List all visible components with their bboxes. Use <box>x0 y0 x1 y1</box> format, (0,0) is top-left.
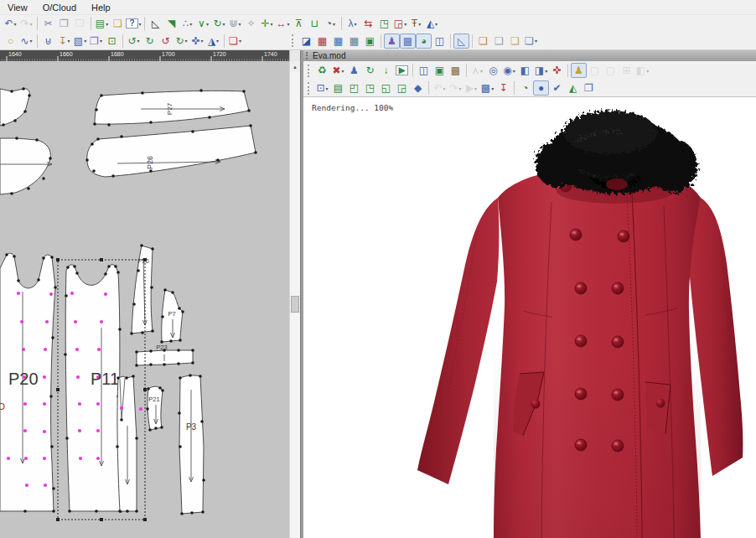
vertex-point[interactable] <box>28 94 31 97</box>
vertex-point[interactable] <box>5 253 8 256</box>
screen-user-icon[interactable]: ◨▾ <box>533 63 549 78</box>
internal-pin-point[interactable] <box>22 348 25 351</box>
curve-editor-icon[interactable]: ◺ <box>148 16 163 31</box>
selection-handle[interactable] <box>56 518 60 521</box>
window-cascade-icon[interactable]: ◫ <box>416 63 432 78</box>
selection-handle[interactable] <box>56 258 60 261</box>
vertex-point[interactable] <box>23 110 27 113</box>
pattern-vertical-scrollbar[interactable]: ▲ <box>289 61 300 538</box>
vertex-point[interactable] <box>54 286 57 289</box>
measure-icon[interactable]: ↔▾ <box>275 16 291 31</box>
toolbar-grip[interactable] <box>308 82 311 95</box>
fabric-pattern-icon[interactable]: ▩▾ <box>479 80 495 96</box>
selection-handle[interactable] <box>56 388 60 391</box>
dart-rotate-icon[interactable]: ↻▾ <box>211 16 227 31</box>
dropdown-arrow-icon[interactable]: ▾ <box>84 38 86 44</box>
internal-pin-point[interactable] <box>23 429 27 432</box>
internal-pin-point[interactable] <box>20 320 23 323</box>
vertex-point[interactable] <box>208 116 211 119</box>
environment-icon[interactable]: ◭ <box>565 80 581 96</box>
box-view-icon[interactable]: ◫ <box>432 34 448 49</box>
notch-tool-icon[interactable]: ⊼ <box>291 16 307 31</box>
dropdown-arrow-icon[interactable]: ▾ <box>354 21 356 27</box>
vertex-point[interactable] <box>117 271 120 274</box>
vertex-point[interactable] <box>178 307 181 310</box>
toolbar-grip[interactable] <box>308 65 311 77</box>
pointer-3d-icon[interactable]: ▶▾ <box>463 80 479 96</box>
grade-table-icon[interactable]: ▦ <box>330 34 346 49</box>
delete-icon[interactable]: ⊎ <box>40 34 56 49</box>
dropdown-arrow-icon[interactable]: ▾ <box>491 85 494 91</box>
align-3d-icon[interactable]: ◮▾ <box>205 34 221 49</box>
selection-handle[interactable] <box>100 258 103 261</box>
menu-item-help[interactable]: Help <box>84 2 118 13</box>
internal-pin-point[interactable] <box>96 402 100 406</box>
dropdown-arrow-icon[interactable]: ▾ <box>326 85 329 91</box>
menu-item-view[interactable]: View <box>0 2 35 13</box>
vertex-point[interactable] <box>50 256 54 259</box>
vertex-point[interactable] <box>169 339 173 343</box>
copy-icon[interactable]: ❐ <box>56 16 72 31</box>
new-piece-icon[interactable]: ❏ <box>110 16 126 31</box>
vertex-point[interactable] <box>178 411 181 415</box>
vertex-point[interactable] <box>135 437 138 440</box>
vertex-point[interactable] <box>179 376 182 380</box>
internal-pin-point[interactable] <box>44 348 47 351</box>
internal-pin-point[interactable] <box>17 292 20 295</box>
vertex-point[interactable] <box>68 510 71 513</box>
selection-handle[interactable] <box>143 258 147 261</box>
vertex-point[interactable] <box>151 329 154 333</box>
hammer-tool-icon[interactable]: Ŧ▾ <box>408 16 424 31</box>
internal-pin-point[interactable] <box>45 320 49 323</box>
dropdown-arrow-icon[interactable]: ▾ <box>342 68 344 74</box>
duplicate-icon[interactable]: ❐▾ <box>88 34 104 49</box>
scrollbar-thumb[interactable] <box>291 296 299 313</box>
vertex-point[interactable] <box>149 121 153 124</box>
internal-pin-point[interactable] <box>139 407 142 411</box>
redo-icon[interactable]: ↷▾ <box>18 16 34 31</box>
dropdown-arrow-icon[interactable]: ▾ <box>30 21 33 27</box>
vertex-point[interactable] <box>107 265 111 268</box>
vertex-point[interactable] <box>95 108 98 111</box>
texture-map-icon[interactable]: ▩ <box>448 63 463 78</box>
color-view-icon[interactable]: ◕ <box>416 34 432 49</box>
dropdown-arrow-icon[interactable]: ▾ <box>535 38 537 44</box>
help-icon[interactable]: ?▾ <box>126 16 142 31</box>
vertex-point[interactable] <box>49 395 53 398</box>
vertex-point[interactable] <box>190 511 194 515</box>
dropdown-arrow-icon[interactable]: ▾ <box>443 85 446 91</box>
pin-tool-icon[interactable]: ↧▾ <box>56 34 72 49</box>
internal-pin-point[interactable] <box>43 457 46 460</box>
snapshot-icon[interactable]: ❐ <box>581 80 597 96</box>
vertex-point[interactable] <box>111 174 115 178</box>
vertex-point[interactable] <box>180 512 184 515</box>
dropdown-arrow-icon[interactable]: ▾ <box>216 38 219 44</box>
zoom-2d-icon[interactable]: ◎ <box>485 63 501 78</box>
vertex-point[interactable] <box>161 315 164 318</box>
scroll-up-button[interactable]: ▲ <box>290 61 300 72</box>
edit-piece-icon[interactable]: ▤▾ <box>94 16 110 31</box>
vertex-point[interactable] <box>125 376 128 380</box>
move-piece-icon[interactable]: ✜▾ <box>189 34 205 49</box>
dropdown-arrow-icon[interactable]: ▾ <box>474 85 477 91</box>
internal-pin-point[interactable] <box>25 484 28 487</box>
internal-pin-point[interactable] <box>24 457 28 460</box>
vertex-point[interactable] <box>116 445 119 448</box>
dropdown-arrow-icon[interactable]: ▾ <box>435 21 438 27</box>
internal-pin-point[interactable] <box>74 320 77 323</box>
pattern-piece-P21[interactable]: P21 <box>146 386 164 432</box>
vertex-point[interactable] <box>117 376 120 380</box>
dropdown-arrow-icon[interactable]: ▾ <box>513 68 515 74</box>
vertex-point[interactable] <box>95 510 98 513</box>
dropdown-arrow-icon[interactable]: ▾ <box>201 38 204 44</box>
show-seams-icon[interactable]: ○ <box>3 34 18 49</box>
vertex-point[interactable] <box>247 109 251 112</box>
walk-tool-icon[interactable]: λ▾ <box>344 16 360 31</box>
vertex-point[interactable] <box>107 123 111 127</box>
pose-library-icon[interactable]: ♟ <box>571 63 587 78</box>
view-front-icon[interactable]: ◰ <box>346 80 362 96</box>
vertex-point[interactable] <box>147 387 150 391</box>
view-quad-icon[interactable]: ⊞ <box>619 63 634 78</box>
vertex-point[interactable] <box>191 361 194 365</box>
internal-pin-point[interactable] <box>70 292 74 295</box>
